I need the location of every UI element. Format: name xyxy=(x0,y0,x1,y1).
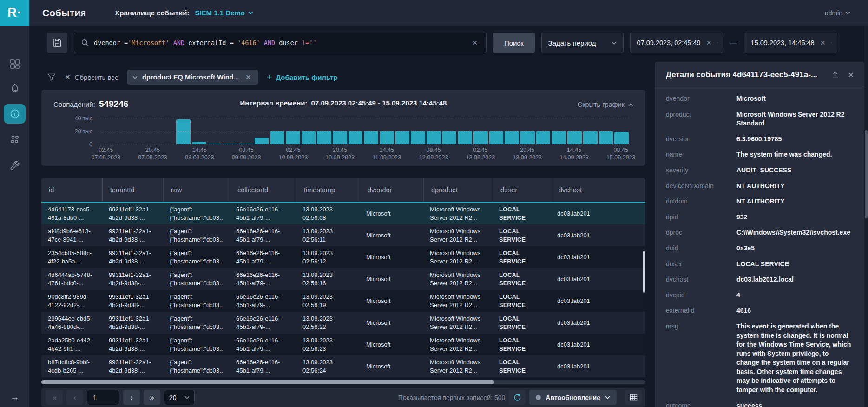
cell-dvchost: dc03.lab201 xyxy=(551,224,645,246)
horizontal-scrollbar-track[interactable] xyxy=(41,380,645,384)
pagination-bar: « ‹ › » 20 Показывается первых записей: … xyxy=(41,388,645,407)
table-row[interactable]: 4d641173-eec5-491a-8db0-...99311ef1-32a1… xyxy=(41,203,645,224)
storage-selector[interactable]: SIEM 1.1 Demo xyxy=(195,9,253,17)
column-header-dvendor[interactable]: dvendor xyxy=(360,178,423,202)
table-row[interactable]: af48d9b6-e613-47ce-8941-...99311ef1-32a1… xyxy=(41,224,645,246)
cell-timestamp: 13.09.2023 02:56:08 xyxy=(296,203,360,224)
detail-label: name xyxy=(666,150,736,159)
reset-all-filters-button[interactable]: ✕ Сбросить все xyxy=(65,73,118,81)
chart-bar[interactable] xyxy=(505,131,519,144)
page-scrollbar-track[interactable] xyxy=(864,26,868,407)
save-search-button[interactable] xyxy=(47,33,67,53)
column-header-raw[interactable]: raw xyxy=(163,178,230,202)
column-header-tenantId[interactable]: tenantId xyxy=(102,178,163,202)
chart-bar[interactable] xyxy=(364,131,378,144)
table-row[interactable]: 90dc8ff2-989d-4122-92d2-...99311ef1-32a1… xyxy=(41,290,645,312)
chart-bar[interactable] xyxy=(520,131,535,144)
horizontal-scrollbar-thumb[interactable] xyxy=(41,380,494,384)
clear-date-to-icon[interactable]: ✕ xyxy=(818,38,828,47)
next-page-button[interactable]: › xyxy=(123,390,140,405)
detail-row: duserLOCAL SERVICE xyxy=(666,256,853,272)
cell-dvchost: dc03.lab201 xyxy=(551,268,645,290)
calendar-icon[interactable] xyxy=(831,39,832,47)
chart-bar[interactable] xyxy=(614,132,629,144)
details-body: dvendorMicrosoftdproductMicrosoft Window… xyxy=(655,86,864,407)
export-icon[interactable] xyxy=(831,71,840,79)
chart-bar[interactable] xyxy=(489,131,504,144)
chart-bar[interactable] xyxy=(395,131,410,144)
chart-bar[interactable] xyxy=(349,131,363,144)
table-row[interactable]: 4d6444ab-5748-4761-bdc0-...99311ef1-32a1… xyxy=(41,268,645,290)
column-settings-button[interactable] xyxy=(625,390,642,405)
calendar-icon[interactable] xyxy=(717,39,718,47)
chart-bar[interactable] xyxy=(333,131,347,144)
clear-date-from-icon[interactable]: ✕ xyxy=(704,38,714,47)
chart-bar[interactable] xyxy=(427,131,441,144)
table-body: 4d641173-eec5-491a-8db0-...99311ef1-32a1… xyxy=(41,203,645,377)
close-details-icon[interactable]: ✕ xyxy=(848,71,854,79)
column-header-dproduct[interactable]: dproduct xyxy=(423,178,493,202)
sidebar-item-incidents[interactable] xyxy=(0,83,29,94)
column-header-id[interactable]: id xyxy=(41,178,102,202)
chart-bar[interactable] xyxy=(536,131,551,144)
auto-update-toggle[interactable]: Автообновление xyxy=(529,390,617,405)
page-size-select[interactable]: 20 xyxy=(164,390,195,405)
refresh-button[interactable] xyxy=(509,390,526,405)
cell-dproduct: Microsoft Windows Server 2012 R2... xyxy=(423,312,493,334)
prev-page-button[interactable]: ‹ xyxy=(66,390,83,405)
cell-duser: LOCAL SERVICE xyxy=(493,355,551,377)
chart-bar[interactable] xyxy=(270,131,284,144)
chart-bar[interactable] xyxy=(411,131,425,144)
first-page-button[interactable]: « xyxy=(46,390,63,405)
chart-bar[interactable] xyxy=(458,131,472,144)
chart-bar[interactable] xyxy=(583,131,598,144)
detail-label: dntdom xyxy=(666,197,736,206)
last-page-button[interactable]: » xyxy=(144,390,160,405)
sidebar-item-settings[interactable] xyxy=(0,160,29,171)
chart-bar[interactable] xyxy=(567,131,582,144)
app-logo[interactable]: R· xyxy=(0,0,29,26)
column-header-dvchost[interactable]: dvchost xyxy=(551,178,645,202)
table-row[interactable]: 2ada25b0-e442-4b42-9ff1-...99311ef1-32a1… xyxy=(41,334,645,355)
chart-bar[interactable] xyxy=(286,131,300,144)
sidebar-item-events-active[interactable] xyxy=(4,104,26,124)
page-number-input[interactable] xyxy=(87,390,119,405)
page-scrollbar-thumb[interactable] xyxy=(865,130,868,218)
chart-bar[interactable] xyxy=(442,131,457,144)
chart-bar[interactable] xyxy=(176,119,191,144)
chart-bar[interactable] xyxy=(599,131,613,144)
records-shown-info: Показывается первых записей: 500 xyxy=(398,394,505,401)
column-header-collectorId[interactable]: collectorId xyxy=(230,178,296,202)
column-header-timestamp[interactable]: timestamp xyxy=(296,178,360,202)
date-from-input[interactable]: 07.09.2023, 02:45:49 ✕ xyxy=(630,33,723,53)
add-filter-button[interactable]: + Добавить фильтр xyxy=(267,72,337,82)
sidebar-item-dashboards[interactable] xyxy=(0,59,29,70)
chart-bar[interactable] xyxy=(302,131,316,144)
chart-bar[interactable] xyxy=(317,131,331,144)
search-input[interactable]: dvendor ='Microsoft' AND externalId = '4… xyxy=(74,33,487,53)
table-vertical-scrollbar-thumb[interactable] xyxy=(643,251,645,293)
cell-dproduct: Microsoft Windows Server 2012 R2... xyxy=(423,268,493,290)
detail-value: 0x3e5 xyxy=(736,244,853,253)
sidebar-expand-arrow[interactable]: → xyxy=(0,392,29,402)
table-row[interactable]: 2354cb05-508c-4f22-ba5a-...99311ef1-32a1… xyxy=(41,246,645,268)
cell-raw: {"agent": {"hostname":"dc03... xyxy=(163,312,230,334)
column-header-duser[interactable]: duser xyxy=(493,178,551,202)
hide-chart-button[interactable]: Скрыть график xyxy=(578,101,633,108)
table-row[interactable]: b87dc8c8-9bbf-4cdb-b265-...99311ef1-32a1… xyxy=(41,355,645,377)
chart-bar[interactable] xyxy=(552,131,566,144)
sidebar-item-assets[interactable] xyxy=(0,134,29,145)
chart-bar[interactable] xyxy=(473,131,488,144)
clear-search-icon[interactable]: ✕ xyxy=(470,38,480,47)
remove-filter-icon[interactable]: ✕ xyxy=(244,72,253,82)
search-button[interactable]: Поиск xyxy=(493,33,535,53)
detail-value: 6.3.9600.19785 xyxy=(736,135,853,144)
period-selector[interactable]: Задать период xyxy=(541,33,624,53)
chevron-down-icon xyxy=(612,41,617,45)
date-to-input[interactable]: 15.09.2023, 14:45:48 ✕ xyxy=(744,33,837,53)
filter-chip-dproduct[interactable]: dproduct EQ Microsoft Wind... ✕ xyxy=(127,70,258,85)
table-row[interactable]: 239644ee-cbd5-4a46-880d-...99311ef1-32a1… xyxy=(41,312,645,334)
user-menu[interactable]: admin xyxy=(825,9,850,17)
chart-bar[interactable] xyxy=(255,138,269,144)
chart-bar[interactable] xyxy=(380,131,394,144)
